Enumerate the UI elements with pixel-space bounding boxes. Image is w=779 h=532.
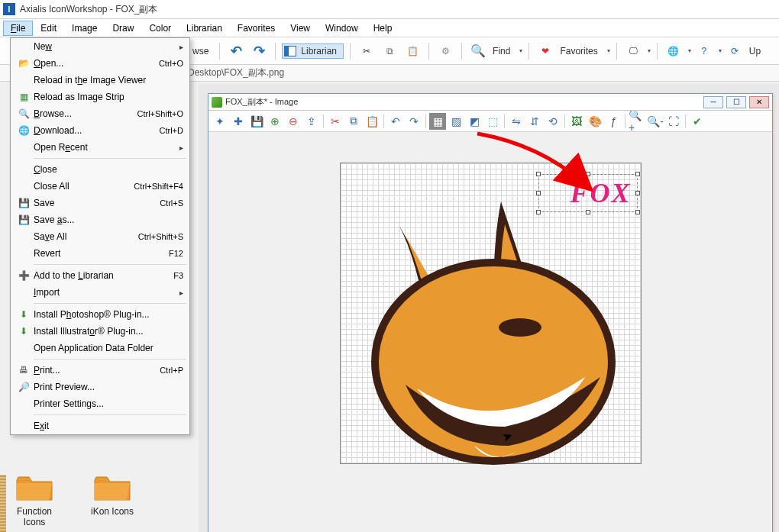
save-button[interactable]: 💾 xyxy=(248,113,265,130)
file-install-ai[interactable]: ⬇Install Illustrator® Plug-in... xyxy=(11,323,189,340)
add-format-button[interactable]: ⊕ xyxy=(267,113,283,130)
paste-button[interactable]: 📋 xyxy=(402,41,422,61)
text-selection-box[interactable] xyxy=(538,174,638,212)
resize-handle[interactable] xyxy=(536,172,541,176)
minimize-button[interactable]: ─ xyxy=(703,96,723,108)
folder-function-icons[interactable]: Function Icons xyxy=(8,472,61,527)
find-caret[interactable]: ▾ xyxy=(519,47,522,54)
menu-edit[interactable]: Edit xyxy=(33,21,64,36)
preview-button[interactable]: ✔ xyxy=(689,113,706,130)
find-label: Find xyxy=(491,46,515,56)
file-print-preview[interactable]: 🔎Print Preview... xyxy=(11,379,189,395)
paste-button[interactable]: 📋 xyxy=(364,113,380,130)
resize-handle[interactable] xyxy=(635,172,640,176)
librarian-icon xyxy=(284,46,296,56)
copy-button[interactable]: ⧉ xyxy=(380,41,399,61)
browse-icon: 🔍 xyxy=(14,108,34,119)
mask-button[interactable]: ◩ xyxy=(466,113,483,130)
print-icon: 🖶 xyxy=(14,365,34,376)
doc-titlebar[interactable]: FOX_副本* - Image ─ ☐ ✕ xyxy=(208,94,772,111)
redo-button[interactable]: ↷ xyxy=(249,41,269,61)
zoom-in-button[interactable]: 🔍+ xyxy=(629,113,645,130)
file-save[interactable]: 💾SaveCtrl+S xyxy=(11,195,189,211)
file-new[interactable]: New▸ xyxy=(11,38,189,55)
file-printer-settings[interactable]: Printer Settings... xyxy=(11,395,189,412)
flip-h-button[interactable]: ⇋ xyxy=(508,113,525,130)
canvas[interactable]: FOX ➤ xyxy=(340,163,642,464)
file-menu-dropdown: New▸ 📂Open...Ctrl+O Reload in the Image … xyxy=(10,37,190,435)
close-button[interactable]: ✕ xyxy=(749,96,769,108)
effects-button[interactable]: ƒ xyxy=(605,113,622,130)
colors-button[interactable]: 🎨 xyxy=(587,113,603,130)
update-button[interactable]: ⟳ xyxy=(725,41,745,61)
grid-button[interactable]: ▦ xyxy=(429,113,446,130)
file-open-appdata[interactable]: Open Application Data Folder xyxy=(11,340,189,356)
cut-button[interactable]: ✂ xyxy=(357,41,377,61)
menu-window[interactable]: Window xyxy=(318,21,366,36)
help-button[interactable]: ? xyxy=(694,41,714,61)
rotate-button[interactable]: ⟲ xyxy=(545,113,561,130)
menu-view[interactable]: View xyxy=(283,21,318,36)
resize-handle[interactable] xyxy=(586,210,590,214)
copy-button[interactable]: ⧉ xyxy=(345,113,362,130)
web-caret[interactable]: ▾ xyxy=(688,47,691,54)
librarian-toggle[interactable]: Librarian xyxy=(282,44,344,59)
resize-handle[interactable] xyxy=(635,210,640,214)
favorites-button[interactable]: ❤ xyxy=(535,41,555,61)
new-image-button[interactable]: ✚ xyxy=(230,113,247,130)
toolbar-sep xyxy=(657,43,658,60)
find-button[interactable]: 🔍 xyxy=(468,41,488,61)
resize-handle[interactable] xyxy=(536,191,541,195)
file-download[interactable]: 🌐Download...Ctrl+D xyxy=(11,122,189,139)
display-caret[interactable]: ▾ xyxy=(648,47,651,54)
file-save-all[interactable]: Save AllCtrl+Shift+S xyxy=(11,228,189,245)
file-revert[interactable]: RevertF12 xyxy=(11,245,189,262)
export-button[interactable]: ⇪ xyxy=(303,113,320,130)
preview-icon: 🔎 xyxy=(14,382,34,392)
undo-button[interactable]: ↶ xyxy=(387,113,404,130)
file-install-ps[interactable]: ⬇Install Photoshop® Plug-in... xyxy=(11,306,189,323)
transparency-button[interactable]: ▨ xyxy=(448,113,464,130)
menu-librarian[interactable]: Librarian xyxy=(179,21,230,36)
help-caret[interactable]: ▾ xyxy=(719,47,722,54)
zoom-out-button[interactable]: 🔍- xyxy=(647,113,664,130)
new-format-button[interactable]: ✦ xyxy=(212,113,228,130)
menu-color[interactable]: Color xyxy=(141,21,179,36)
settings-button[interactable]: ⚙ xyxy=(435,41,455,61)
menu-draw[interactable]: Draw xyxy=(105,21,141,36)
file-reload-strip[interactable]: ▦Reload as Image Strip xyxy=(11,89,189,105)
file-reload-viewer[interactable]: Reload in the Image Viewer xyxy=(11,72,189,89)
file-import[interactable]: Import▸ xyxy=(11,284,189,301)
resize-handle[interactable] xyxy=(635,191,640,195)
redo-button[interactable]: ↷ xyxy=(406,113,422,130)
menu-favorites[interactable]: Favorites xyxy=(230,21,283,36)
delete-format-button[interactable]: ⊖ xyxy=(285,113,302,130)
cut-button[interactable]: ✂ xyxy=(327,113,344,130)
file-close-all[interactable]: Close AllCtrl+Shift+F4 xyxy=(11,178,189,195)
resize-handle[interactable] xyxy=(536,210,541,214)
maximize-button[interactable]: ☐ xyxy=(726,96,746,108)
resize-handle[interactable] xyxy=(586,172,590,176)
file-print[interactable]: 🖶Print...Ctrl+P xyxy=(11,362,189,379)
folder-ikon-icons[interactable]: iKon Icons xyxy=(86,472,139,527)
save-as-icon: 💾 xyxy=(14,214,34,225)
file-open[interactable]: 📂Open...Ctrl+O xyxy=(11,55,189,72)
toolbar-sep xyxy=(528,43,529,60)
menu-file[interactable]: File xyxy=(3,21,33,36)
flip-v-button[interactable]: ⇵ xyxy=(526,113,543,130)
image-adjust-button[interactable]: 🖼 xyxy=(568,113,585,130)
favorites-caret[interactable]: ▾ xyxy=(607,47,610,54)
menu-image[interactable]: Image xyxy=(64,21,105,36)
file-close[interactable]: Close xyxy=(11,161,189,178)
file-add-librarian[interactable]: ➕Add to the LibrarianF3 xyxy=(11,267,189,284)
file-exit[interactable]: Exit xyxy=(11,418,189,434)
menu-help[interactable]: Help xyxy=(366,21,400,36)
display-button[interactable]: 🖵 xyxy=(623,41,643,61)
undo-button[interactable]: ↶ xyxy=(226,41,246,61)
selection-button[interactable]: ⬚ xyxy=(484,113,501,130)
file-browse[interactable]: 🔍Browse...Ctrl+Shift+O xyxy=(11,105,189,122)
zoom-fit-button[interactable]: ⛶ xyxy=(665,113,682,130)
web-button[interactable]: 🌐 xyxy=(664,41,684,61)
file-open-recent[interactable]: Open Recent▸ xyxy=(11,139,189,156)
file-save-as[interactable]: 💾Save as... xyxy=(11,211,189,228)
